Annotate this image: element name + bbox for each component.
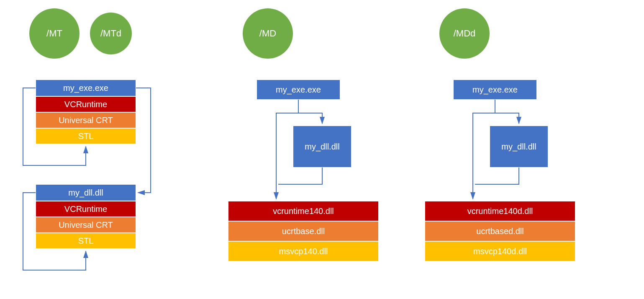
mt-stack2-vcr: VCRuntime [36,201,136,217]
arrow-mt-exe-to-dll [136,88,151,193]
mt-stack2-stl: STL [36,233,136,249]
mt-stack1-exe: my_exe.exe [36,80,136,96]
arrow-md-dll-to-stack [278,168,322,184]
mt-stack1-ucrt: Universal CRT [36,112,136,128]
circle-md: /MD [243,8,293,59]
md-dll: my_dll.dll [293,126,352,168]
md-exe: my_exe.exe [257,80,340,100]
md-msvcp: msvcp140.dll [228,241,379,261]
arrow-md-exe-to-dll [298,100,322,124]
circle-mtd: /MTd [90,13,132,54]
arrow-mdd-exe-to-dll [495,100,519,124]
circle-mdd: /MDd [439,8,490,59]
mt-stack2-ucrt: Universal CRT [36,217,136,233]
mdd-ucrtbase: ucrtbased.dll [425,221,575,241]
mt-stack2-dll: my_dll.dll [36,184,136,201]
mdd-vcruntime: vcruntime140d.dll [425,201,575,221]
circle-mt: /MT [29,8,80,59]
mt-stack1-stl: STL [36,128,136,144]
mdd-msvcp: msvcp140d.dll [425,241,575,261]
md-vcruntime: vcruntime140.dll [228,201,379,221]
mdd-dll: my_dll.dll [490,126,548,168]
md-ucrtbase: ucrtbase.dll [228,221,379,241]
arrow-mdd-dll-to-stack [475,168,519,184]
mt-stack1-vcr: VCRuntime [36,96,136,112]
mdd-exe: my_exe.exe [453,80,537,100]
